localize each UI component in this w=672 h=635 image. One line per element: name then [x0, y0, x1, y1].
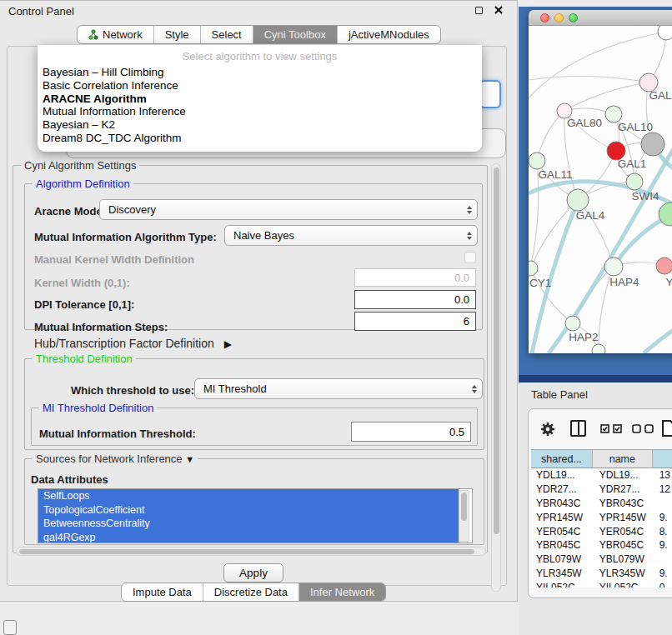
network-node-gal11[interactable]	[529, 152, 545, 169]
show-checked-columns-icon[interactable]	[600, 424, 622, 433]
data-attribute-item[interactable]: BetweennessCentrality	[38, 517, 459, 531]
network-node[interactable]	[658, 26, 672, 40]
table-row[interactable]: YDR27...YDR27...12	[531, 482, 672, 497]
table-row[interactable]: YLR345WYLR345W9.	[531, 567, 672, 581]
minimized-panel-icon[interactable]	[3, 620, 17, 635]
bottom-tab-infer-network[interactable]: Infer Network	[298, 583, 385, 601]
algorithm-option[interactable]: Bayesian – Hill Climbing	[38, 66, 482, 79]
table-cell: YDL19...	[531, 469, 593, 481]
threshold-definition-title: Threshold Definition	[33, 352, 136, 365]
algorithm-dropdown-popup: Select algorithm to view settings Bayesi…	[38, 45, 482, 152]
network-window-titlebar[interactable]	[529, 10, 672, 26]
network-node-label: GAL11	[538, 168, 572, 181]
manual-kernel-label: Manual Kernel Width Definition	[34, 253, 194, 266]
algorithm-option[interactable]: ARACNE Algorithm	[38, 92, 482, 106]
network-node-label: HAP2	[569, 331, 598, 343]
tab-label: Network	[103, 28, 143, 41]
column-header-cut[interactable]	[653, 450, 672, 468]
settings-vertical-scrollbar[interactable]	[491, 163, 501, 592]
table-row[interactable]: YBL079WYBL079W	[531, 552, 672, 567]
network-node[interactable]	[641, 132, 664, 156]
algorithm-option[interactable]: Bayesian – K2	[38, 118, 482, 132]
table-body: YDL19...YDL19...13YDR27...YDR27...12YBR0…	[531, 468, 672, 588]
stepper-arrows-icon	[472, 385, 482, 393]
network-node-y[interactable]	[656, 258, 672, 274]
tab-network[interactable]: Network	[78, 26, 153, 43]
network-view-window: GALGAL80GAL10GAL1GAL11SWI4GAL4GCY1HAP4YH…	[529, 10, 672, 353]
aracne-mode-combobox[interactable]: Discovery	[99, 199, 478, 220]
network-graph: GALGAL80GAL10GAL1GAL11SWI4GAL4GCY1HAP4YH…	[529, 26, 672, 353]
network-node-label: GCY1	[529, 277, 551, 289]
table-cell: YPR145W	[531, 512, 593, 523]
network-node-gcy1[interactable]	[529, 261, 538, 276]
table-row[interactable]: YPR145WYPR145W9.	[531, 510, 672, 524]
float-window-icon[interactable]	[474, 5, 484, 15]
gear-icon[interactable]	[540, 422, 555, 437]
mac-close-icon[interactable]	[540, 13, 549, 22]
settings-horizontal-scrollbar-thumb[interactable]	[19, 549, 474, 554]
algorithm-option[interactable]: Basic Correlation Inference	[38, 79, 482, 92]
tab-style[interactable]: Style	[153, 26, 200, 43]
mi-steps-field[interactable]: 6	[354, 312, 476, 331]
table-toolbar	[529, 409, 672, 448]
mi-steps-label: Mutual Information Steps:	[34, 321, 168, 333]
attr-list-scrollbar-thumb[interactable]	[461, 492, 467, 521]
mi-type-combobox[interactable]: Naive Bayes	[224, 225, 478, 246]
table-cell: YBR045C	[531, 539, 593, 551]
column-header-shared...[interactable]: shared...	[531, 450, 593, 468]
tab-cyni-toolbox[interactable]: Cyni Toolbox	[253, 26, 337, 43]
chevron-down-icon[interactable]: ▼	[185, 454, 194, 464]
network-canvas[interactable]: GALGAL80GAL10GAL1GAL11SWI4GAL4GCY1HAP4YH…	[529, 26, 672, 353]
network-node-gal10[interactable]	[605, 106, 622, 122]
data-attribute-item[interactable]: gal4RGexp	[38, 531, 459, 544]
mac-minimize-icon[interactable]	[554, 13, 564, 22]
algorithm-option[interactable]: Mutual Information Inference	[38, 105, 482, 118]
network-node-gal4[interactable]	[567, 189, 589, 211]
algorithm-option[interactable]: Dream8 DC_TDC Algorithm	[38, 132, 482, 145]
checkbox-unchecked-glyph	[632, 424, 641, 433]
mi-threshold-field[interactable]: 0.5	[351, 422, 471, 442]
dpi-tolerance-field[interactable]: 0.0	[354, 290, 476, 309]
column-header-name[interactable]: name	[593, 450, 653, 468]
table-cell: YLR345W	[593, 568, 653, 579]
data-attribute-item[interactable]: TopologicalCoefficient	[38, 503, 459, 518]
export-table-icon[interactable]	[662, 420, 672, 437]
which-threshold-combobox[interactable]: MI Threshold	[194, 378, 483, 399]
close-icon[interactable]	[494, 5, 504, 15]
attr-list-scrollbar[interactable]	[459, 490, 469, 542]
split-columns-icon[interactable]	[570, 420, 586, 437]
checkbox-unchecked-glyph	[644, 424, 654, 433]
bottom-tab-discretize-data[interactable]: Discretize Data	[203, 583, 298, 601]
mac-zoom-icon[interactable]	[569, 13, 578, 22]
algorithm-popup-placeholder: Select algorithm to view settings	[38, 48, 482, 66]
hide-columns-icon[interactable]	[632, 424, 654, 433]
apply-button[interactable]: Apply	[223, 563, 283, 582]
data-attributes-list[interactable]: SelfLoopsTopologicalCoefficientBetweenne…	[38, 488, 473, 543]
kernel-width-field[interactable]: 0.0	[354, 268, 476, 287]
network-node-label: GAL10	[618, 121, 653, 133]
manual-kernel-checkbox[interactable]	[464, 252, 476, 263]
mi-threshold-group-title: MI Threshold Definition	[39, 402, 157, 414]
algorithm-combobox-fragment[interactable]	[479, 80, 501, 108]
bottom-tab-impute-data[interactable]: Impute Data	[122, 583, 203, 601]
settings-vertical-scrollbar-thumb[interactable]	[494, 168, 499, 534]
table-cell: YBR045C	[593, 539, 653, 551]
table-row[interactable]: YBR043CYBR043C	[531, 497, 672, 511]
aracne-mode-value: Discovery	[108, 203, 156, 216]
network-node-hap2[interactable]	[565, 316, 580, 331]
network-node[interactable]	[592, 344, 605, 353]
settings-horizontal-scrollbar[interactable]	[16, 547, 486, 556]
hub-definition-toggle[interactable]: Hub/Transcription Factor Definition ▶	[34, 337, 232, 350]
table-row[interactable]: YIL052CYIL052C0.	[531, 580, 672, 588]
data-attribute-item[interactable]: SelfLoops	[38, 489, 459, 503]
table-row[interactable]: YER054CYER054C8.	[531, 524, 672, 538]
tab-select[interactable]: Select	[200, 26, 253, 43]
node-table: shared...name YDL19...YDL19...13YDR27...…	[531, 449, 672, 598]
network-node-swi4[interactable]	[626, 173, 643, 190]
table-row[interactable]: YBR045CYBR045C9.	[531, 538, 672, 552]
network-node-hap4[interactable]	[604, 258, 623, 276]
checkbox-checked-glyph	[613, 424, 622, 433]
network-edge	[530, 200, 578, 268]
tab-jactivemnodules[interactable]: jActiveMNodules	[337, 26, 440, 43]
table-row[interactable]: YDL19...YDL19...13	[531, 468, 672, 482]
